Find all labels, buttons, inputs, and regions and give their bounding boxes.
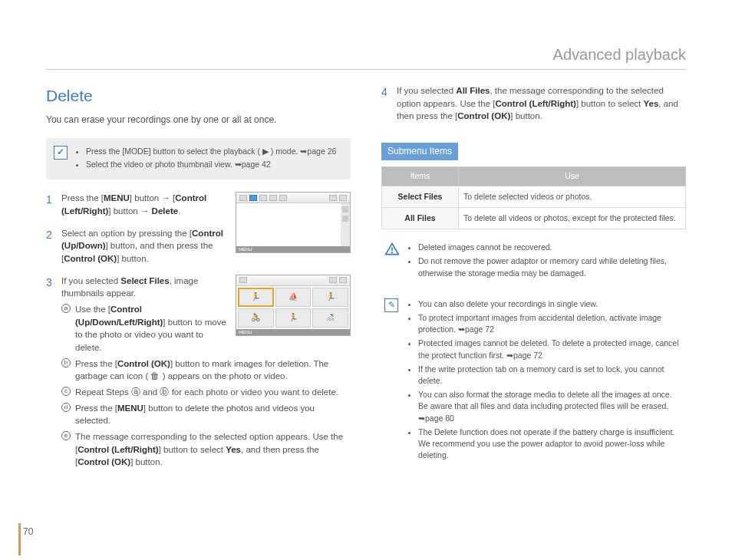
circle-c-icon: c	[61, 387, 71, 396]
warning-item: Deleted images cannot be recovered.	[418, 242, 681, 253]
info-item: To protect important images from acciden…	[418, 312, 681, 335]
step-text: ] button.	[117, 254, 149, 263]
control-ok-ref: Control (OK)	[457, 111, 510, 120]
table-row: All Files To delete all videos or photos…	[382, 207, 686, 229]
control-lr-ref: Control (Left/Right)	[77, 445, 158, 454]
tip-item: Select the video or photo thumbnail view…	[86, 159, 341, 170]
control-ok-ref: Control (OK)	[77, 457, 130, 466]
warning-note: Deleted images cannot be recovered. Do n…	[381, 237, 686, 286]
circle-b-icon: b	[61, 358, 71, 367]
header-rule	[46, 69, 686, 70]
circle-e-icon: e	[61, 431, 71, 440]
step-text: If you selected	[61, 276, 120, 285]
step-2: Select an option by pressing the [Contro…	[46, 227, 351, 265]
substep-c: c Repeat Steps ⓐ and ⓑ for each photo or…	[61, 386, 351, 399]
checkmark-icon: ✓	[54, 146, 68, 160]
tip-box: ✓ Press the [MODE] button to select the …	[46, 138, 351, 180]
circle-d-icon: d	[61, 403, 71, 412]
step-4: If you selected All Files, the message c…	[381, 84, 686, 123]
row-key: All Files	[382, 207, 459, 229]
menu-button-ref: MENU	[117, 404, 143, 413]
all-files-ref: All Files	[456, 86, 490, 95]
sub-text: ] button.	[130, 457, 163, 466]
submenu-heading: Submenu Items	[381, 143, 458, 160]
row-key: Select Files	[382, 186, 459, 207]
substep-e: e The message corresponding to the selec…	[61, 430, 351, 469]
sub-text: ] button to select	[159, 445, 226, 454]
step-text: ] button.	[510, 111, 542, 120]
yes-ref: Yes	[643, 99, 658, 108]
page-header-title: Advanced playback	[553, 46, 686, 64]
substep-d: d Press the [MENU] button to delete the …	[61, 402, 351, 427]
row-val: To delete all videos or photos, except f…	[459, 207, 686, 229]
circle-a-icon: a	[61, 304, 71, 313]
section-title: Delete	[46, 84, 351, 107]
submenu-table: Items Use Select Files To delete selecte…	[381, 166, 686, 229]
step-text: ] button → [	[130, 193, 175, 203]
step-text: If you selected	[397, 86, 456, 95]
step-3: 🏃⛵🏃 🚴🏃🏖 MENU If you selected Select File…	[46, 275, 351, 469]
info-item: You can also format the storage media to…	[418, 389, 681, 424]
menu-button-ref: MENU	[104, 193, 130, 203]
sub-text: Use the [	[75, 305, 110, 314]
control-ok-ref: Control (OK)	[117, 359, 170, 368]
left-column: Delete You can erase your recordings one…	[46, 84, 351, 478]
svg-point-1	[391, 252, 393, 253]
sub-text: Repeat Steps ⓐ and ⓑ for each photo or v…	[75, 387, 338, 397]
tip-item: Press the [MODE] button to select the pl…	[86, 146, 341, 157]
col-items: Items	[382, 167, 459, 186]
substep-a: a Use the [Control (Up/Down/Left/Right)]…	[61, 303, 351, 354]
step-text: Select an option by pressing the [	[61, 229, 192, 238]
yes-ref: Yes	[226, 445, 241, 454]
sub-text: Press the [	[75, 404, 117, 413]
right-column: If you selected All Files, the message c…	[381, 84, 686, 478]
substep-b: b Press the [Control (OK)] button to mar…	[61, 357, 351, 383]
warning-item: Do not remove the power adaptor or memor…	[418, 255, 681, 278]
steps-list: MENU Press the [MENU] button → [Control …	[46, 192, 351, 469]
step-text: Press the [	[61, 193, 104, 203]
info-item: Protected images cannot be deleted. To d…	[418, 338, 681, 361]
col-use: Use	[459, 167, 686, 186]
step-text: ] button →	[108, 206, 151, 216]
table-row: Select Files To delete selected videos o…	[382, 186, 686, 207]
info-note: ✎ You can also delete your recordings in…	[381, 294, 686, 469]
sub-text: Press the [	[75, 359, 117, 368]
page-number: 70	[23, 526, 33, 537]
info-item: The Delete function does not operate if …	[418, 427, 681, 462]
step-text: .	[178, 206, 180, 216]
warning-triangle-icon	[384, 242, 400, 257]
steps-list-cont: If you selected All Files, the message c…	[381, 84, 686, 123]
info-note-icon: ✎	[384, 298, 398, 312]
step-1: MENU Press the [MENU] button → [Control …	[46, 192, 351, 217]
delete-ref: Delete	[152, 206, 179, 216]
page-body: Delete You can erase your recordings one…	[0, 0, 732, 501]
info-item: If the write protection tab on a memory …	[418, 364, 681, 387]
control-lr-ref: Control (Left/Right)	[496, 99, 576, 108]
intro-text: You can erase your recordings one by one…	[46, 114, 351, 127]
row-val: To delete selected videos or photos.	[459, 186, 686, 207]
select-files-ref: Select Files	[120, 276, 169, 285]
step-text: ] button to select	[576, 99, 644, 108]
info-item: You can also delete your recordings in s…	[418, 298, 681, 310]
control-ok-ref: Control (OK)	[64, 254, 117, 263]
